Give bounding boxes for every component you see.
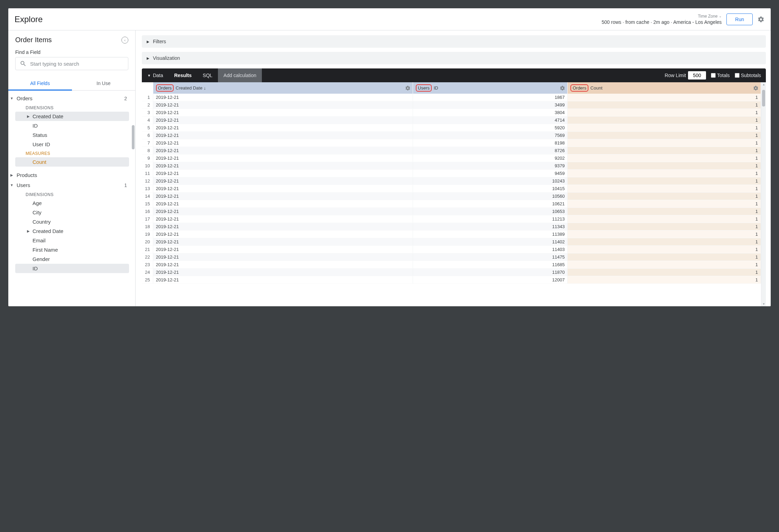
timezone-selector[interactable]: Time Zone ⌄ — [698, 14, 722, 19]
table-row[interactable]: 32019-12-2138041 — [142, 109, 761, 116]
cell-user-id[interactable]: 8198 — [413, 139, 568, 147]
cell-count[interactable]: 1 — [568, 246, 761, 253]
cell-user-id[interactable]: 11870 — [413, 269, 568, 276]
cell-count[interactable]: 1 — [568, 269, 761, 276]
table-row[interactable]: 12019-12-2118671 — [142, 94, 761, 101]
table-row[interactable]: 172019-12-21112131 — [142, 215, 761, 223]
cell-count[interactable]: 1 — [568, 139, 761, 147]
filters-section[interactable]: ▶ Filters — [142, 35, 766, 48]
cell-count[interactable]: 1 — [568, 238, 761, 246]
table-row[interactable]: 162019-12-21106531 — [142, 208, 761, 215]
cell-count[interactable]: 1 — [568, 170, 761, 177]
table-row[interactable]: 142019-12-21105601 — [142, 193, 761, 200]
subtotals-checkbox[interactable]: Subtotals — [735, 73, 761, 78]
cell-created-date[interactable]: 2019-12-21 — [153, 124, 413, 132]
view-orders[interactable]: ▼ Orders 2 — [8, 93, 131, 103]
cell-user-id[interactable]: 3804 — [413, 109, 568, 116]
cell-count[interactable]: 1 — [568, 215, 761, 223]
scroll-thumb[interactable] — [762, 90, 765, 106]
cell-user-id[interactable]: 5920 — [413, 124, 568, 132]
table-row[interactable]: 42019-12-2147141 — [142, 116, 761, 124]
column-gear-icon[interactable] — [753, 85, 759, 91]
col-orders-created-date[interactable]: Orders Created Date ↓ — [153, 82, 413, 94]
cell-user-id[interactable]: 11403 — [413, 246, 568, 253]
cell-count[interactable]: 1 — [568, 124, 761, 132]
col-orders-count[interactable]: Orders Count — [568, 82, 761, 94]
field-panel[interactable]: ▼ Orders 2 DIMENSIONS ▶Created Date ID S… — [8, 91, 135, 306]
cell-created-date[interactable]: 2019-12-21 — [153, 139, 413, 147]
field-orders-user-id[interactable]: User ID — [15, 140, 129, 149]
cell-count[interactable]: 1 — [568, 253, 761, 261]
cell-created-date[interactable]: 2019-12-21 — [153, 231, 413, 238]
cell-created-date[interactable]: 2019-12-21 — [153, 170, 413, 177]
cell-user-id[interactable]: 7569 — [413, 132, 568, 139]
cell-user-id[interactable]: 8726 — [413, 147, 568, 155]
cell-user-id[interactable]: 10653 — [413, 208, 568, 215]
results-scrollbar[interactable]: ▲ ▼ — [761, 82, 766, 306]
table-row[interactable]: 202019-12-21114021 — [142, 238, 761, 246]
add-calculation-button[interactable]: Add calculation — [218, 68, 262, 82]
row-limit-input[interactable] — [688, 71, 706, 80]
cell-count[interactable]: 1 — [568, 109, 761, 116]
cell-count[interactable]: 1 — [568, 132, 761, 139]
field-users-gender[interactable]: Gender — [15, 254, 129, 264]
cell-count[interactable]: 1 — [568, 155, 761, 162]
cell-user-id[interactable]: 11402 — [413, 238, 568, 246]
search-input[interactable] — [30, 61, 124, 67]
cell-user-id[interactable]: 10415 — [413, 185, 568, 193]
table-row[interactable]: 122019-12-21102431 — [142, 177, 761, 185]
table-row[interactable]: 82019-12-2187261 — [142, 147, 761, 155]
table-row[interactable]: 52019-12-2159201 — [142, 124, 761, 132]
cell-created-date[interactable]: 2019-12-21 — [153, 261, 413, 269]
cell-created-date[interactable]: 2019-12-21 — [153, 116, 413, 124]
cell-user-id[interactable]: 11389 — [413, 231, 568, 238]
search-input-wrap[interactable] — [15, 57, 128, 70]
field-users-country[interactable]: Country — [15, 217, 129, 226]
cell-count[interactable]: 1 — [568, 261, 761, 269]
cell-count[interactable]: 1 — [568, 276, 761, 284]
subtotals-input[interactable] — [735, 73, 740, 78]
cell-created-date[interactable]: 2019-12-21 — [153, 162, 413, 170]
cell-created-date[interactable]: 2019-12-21 — [153, 253, 413, 261]
cell-user-id[interactable]: 12007 — [413, 276, 568, 284]
tab-results[interactable]: Results — [168, 68, 197, 82]
table-row[interactable]: 132019-12-21104151 — [142, 185, 761, 193]
cell-user-id[interactable]: 9459 — [413, 170, 568, 177]
cell-user-id[interactable]: 10560 — [413, 193, 568, 200]
gear-icon[interactable] — [758, 16, 764, 23]
table-row[interactable]: 72019-12-2181981 — [142, 139, 761, 147]
col-users-id[interactable]: Users ID — [413, 82, 568, 94]
cell-created-date[interactable]: 2019-12-21 — [153, 223, 413, 231]
field-orders-id[interactable]: ID — [15, 121, 129, 130]
table-row[interactable]: 92019-12-2192021 — [142, 155, 761, 162]
cell-count[interactable]: 1 — [568, 101, 761, 109]
field-orders-count[interactable]: Count — [15, 157, 129, 167]
cell-count[interactable]: 1 — [568, 231, 761, 238]
cell-created-date[interactable]: 2019-12-21 — [153, 155, 413, 162]
cell-count[interactable]: 1 — [568, 223, 761, 231]
cell-count[interactable]: 1 — [568, 94, 761, 101]
field-users-first-name[interactable]: First Name — [15, 245, 129, 254]
cell-count[interactable]: 1 — [568, 116, 761, 124]
cell-user-id[interactable]: 9379 — [413, 162, 568, 170]
cell-created-date[interactable]: 2019-12-21 — [153, 132, 413, 139]
tab-sql[interactable]: SQL — [197, 68, 218, 82]
data-toggle[interactable]: ▼ Data — [142, 68, 168, 82]
table-row[interactable]: 152019-12-21106211 — [142, 200, 761, 208]
field-users-age[interactable]: Age — [15, 198, 129, 208]
cell-created-date[interactable]: 2019-12-21 — [153, 238, 413, 246]
cell-created-date[interactable]: 2019-12-21 — [153, 94, 413, 101]
cell-count[interactable]: 1 — [568, 193, 761, 200]
cell-created-date[interactable]: 2019-12-21 — [153, 109, 413, 116]
run-button[interactable]: Run — [726, 13, 753, 25]
cell-created-date[interactable]: 2019-12-21 — [153, 269, 413, 276]
column-gear-icon[interactable] — [405, 85, 411, 91]
cell-created-date[interactable]: 2019-12-21 — [153, 101, 413, 109]
table-row[interactable]: 232019-12-21116851 — [142, 261, 761, 269]
results-scroll[interactable]: Orders Created Date ↓ Users ID — [142, 82, 761, 306]
cell-created-date[interactable]: 2019-12-21 — [153, 147, 413, 155]
cell-user-id[interactable]: 9202 — [413, 155, 568, 162]
totals-checkbox[interactable]: Totals — [711, 73, 730, 78]
tab-all-fields[interactable]: All Fields — [8, 76, 72, 90]
table-row[interactable]: 222019-12-21114751 — [142, 253, 761, 261]
